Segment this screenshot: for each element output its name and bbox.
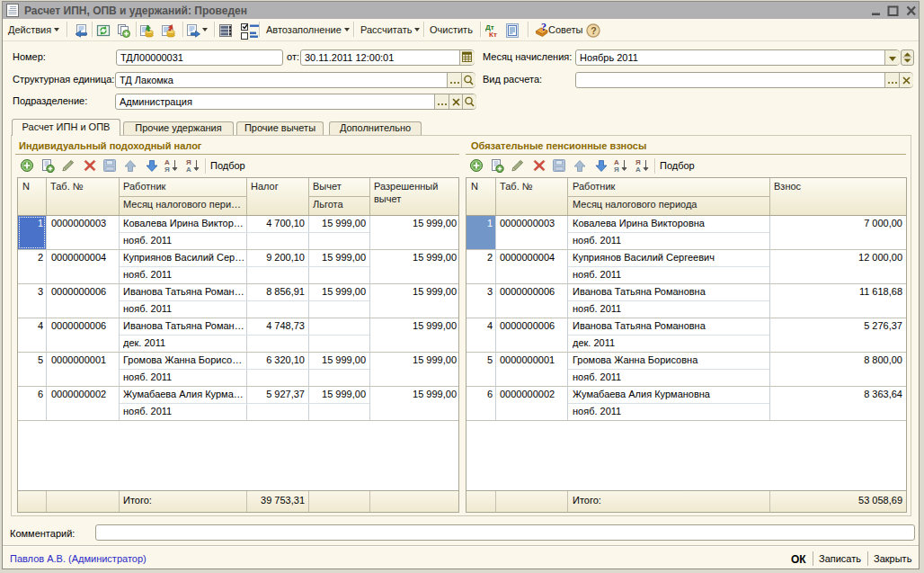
svg-text:Я: Я [614,166,619,173]
svg-text:Я: Я [164,166,170,173]
svg-text:А: А [186,166,191,173]
svg-text:А: А [635,166,641,173]
svg-text:Кт: Кт [489,31,497,38]
svg-text:?: ? [591,25,596,36]
svg-text:?: ? [541,22,546,33]
